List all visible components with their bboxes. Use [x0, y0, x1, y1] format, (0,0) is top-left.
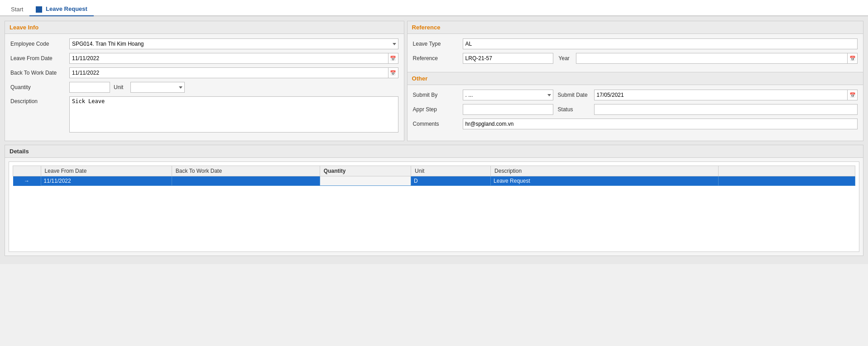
unit-select[interactable]: [130, 82, 185, 93]
status-label: Status: [553, 106, 594, 113]
col-header-leave-from-date: Leave From Date: [41, 166, 172, 176]
leave-info-body: Employee Code SPG014. Tran Thi Kim Hoang…: [5, 34, 404, 141]
row-extra: [719, 176, 855, 186]
details-panel: Details Leave From Date Back To Work Dat…: [5, 145, 863, 256]
leave-type-label: Leave Type: [413, 41, 463, 47]
leave-from-date-label: Leave From Date: [10, 55, 69, 62]
other-body: Submit By . ... Submit Date 📅 Appr Step: [408, 85, 863, 136]
submit-by-label: Submit By: [413, 92, 463, 98]
reference-header: Reference: [408, 21, 863, 34]
reference-year-row: Reference Year 📅: [413, 53, 858, 64]
row-arrow: →: [13, 176, 41, 186]
main-content: Leave Info Employee Code SPG014. Tran Th…: [0, 16, 868, 264]
tab-start[interactable]: Start: [5, 3, 29, 16]
submit-date-input[interactable]: [594, 90, 848, 100]
table-row[interactable]: → 11/11/2022 D: [13, 176, 855, 186]
row-leave-from-date[interactable]: 11/11/2022: [41, 176, 172, 186]
reference-body: Leave Type Reference Year 📅: [408, 34, 863, 72]
employee-code-label: Employee Code: [10, 41, 69, 47]
quantity-unit-row: Quantity Unit: [10, 82, 398, 93]
submit-date-cal-btn[interactable]: 📅: [848, 90, 858, 100]
leave-from-date-cal-btn[interactable]: 📅: [388, 53, 398, 64]
col-header-back-to-work: Back To Work Date: [172, 166, 320, 176]
row-description[interactable]: Leave Request: [491, 176, 719, 186]
back-to-work-date-label: Back To Work Date: [10, 70, 69, 76]
back-to-work-date-input[interactable]: [69, 67, 388, 78]
submit-date-wrap: 📅: [594, 90, 858, 100]
appr-status-row: Appr Step Status: [413, 104, 858, 115]
back-to-work-date-row: Back To Work Date 📅: [10, 67, 398, 78]
employee-code-control-wrap: SPG014. Tran Thi Kim Hoang: [69, 38, 398, 49]
quantity-label: Quantity: [10, 84, 69, 90]
leave-type-input[interactable]: [463, 38, 858, 49]
back-to-work-date-cal-btn[interactable]: 📅: [388, 67, 398, 78]
description-label: Description: [10, 96, 69, 104]
right-panels: Reference Leave Type Reference Year: [407, 21, 863, 141]
employee-code-row: Employee Code SPG014. Tran Thi Kim Hoang: [10, 38, 398, 49]
leave-from-date-row: Leave From Date 📅: [10, 53, 398, 64]
row-unit[interactable]: D: [411, 176, 491, 186]
other-header: Other: [408, 72, 863, 85]
col-header-quantity: Quantity: [320, 166, 411, 176]
year-wrap: 📅: [576, 53, 858, 64]
leave-type-row: Leave Type: [413, 38, 858, 49]
comments-row: Comments: [413, 118, 858, 129]
details-body: Leave From Date Back To Work Date Quanti…: [9, 161, 859, 252]
unit-label: Unit: [110, 84, 130, 90]
comments-input[interactable]: [463, 118, 858, 129]
leave-from-date-wrap: 📅: [69, 53, 398, 64]
tab-start-label: Start: [11, 6, 23, 13]
tab-leave-request-icon: [36, 6, 42, 13]
submit-row: Submit By . ... Submit Date 📅: [413, 90, 858, 100]
year-input[interactable]: [576, 53, 848, 64]
col-header-description: Description: [491, 166, 719, 176]
appr-step-input[interactable]: [463, 104, 553, 115]
row-back-to-work[interactable]: [172, 176, 320, 186]
details-table: Leave From Date Back To Work Date Quanti…: [13, 166, 855, 186]
top-panels: Leave Info Employee Code SPG014. Tran Th…: [5, 21, 863, 141]
reference-label: Reference: [413, 55, 463, 62]
year-label: Year: [553, 55, 576, 62]
reference-input[interactable]: [463, 53, 553, 64]
col-header-arrow: [13, 166, 41, 176]
quantity-input[interactable]: [69, 82, 110, 93]
tab-leave-request[interactable]: Leave Request: [29, 3, 93, 16]
leave-from-date-input[interactable]: [69, 53, 388, 64]
col-header-unit: Unit: [411, 166, 491, 176]
comments-label: Comments: [413, 121, 463, 127]
other-panel: Other Submit By . ... Submit Date 📅: [408, 72, 863, 136]
year-cal-btn[interactable]: 📅: [848, 53, 858, 64]
col-header-extra: [719, 166, 855, 176]
back-to-work-date-wrap: 📅: [69, 67, 398, 78]
employee-code-select[interactable]: SPG014. Tran Thi Kim Hoang: [69, 38, 398, 49]
leave-info-header: Leave Info: [5, 21, 404, 34]
description-textarea[interactable]: Sick Leave: [69, 96, 398, 133]
submit-date-label: Submit Date: [553, 92, 594, 98]
status-input[interactable]: [594, 104, 858, 115]
details-header: Details: [5, 145, 863, 158]
leave-info-panel: Leave Info Employee Code SPG014. Tran Th…: [5, 21, 404, 141]
reference-panel: Reference Leave Type Reference Year: [408, 21, 863, 72]
tab-bar: Start Leave Request: [0, 0, 868, 16]
row-quantity[interactable]: [320, 176, 411, 186]
submit-by-select[interactable]: . ...: [463, 90, 553, 100]
appr-step-label: Appr Step: [413, 106, 463, 113]
description-row: Description Sick Leave: [10, 96, 398, 133]
tab-leave-request-label: Leave Request: [46, 5, 87, 12]
